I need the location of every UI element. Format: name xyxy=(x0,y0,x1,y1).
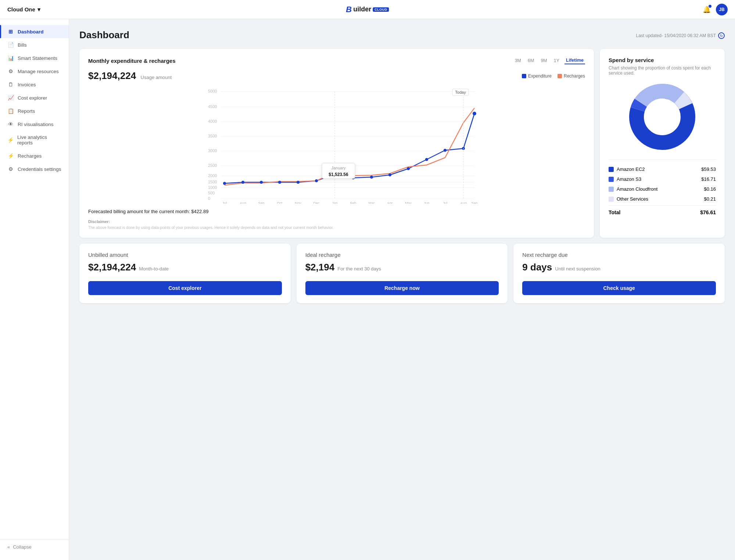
bottom-card-sublabel: Until next suspension xyxy=(555,266,600,272)
usage-amount: $2,194,224 xyxy=(88,70,136,81)
sidebar-item-ri-visualisations[interactable]: 👁RI visualisations xyxy=(0,118,69,131)
sidebar-item-credentials[interactable]: ⚙Credentials settings xyxy=(0,162,69,176)
manage-resources-label: Manage resources xyxy=(18,69,59,74)
disclaimer-text: The above forecast is done by using data… xyxy=(88,225,585,230)
bottom-card-amount-row: 9 daysUntil next suspension xyxy=(522,262,716,273)
cloud-selector[interactable]: Cloud One ▾ xyxy=(7,6,40,13)
ri-visualisations-icon: 👁 xyxy=(7,121,14,127)
collapse-arrows-icon: « xyxy=(7,544,10,550)
total-label: Total xyxy=(609,209,620,215)
notification-dot xyxy=(709,5,711,8)
svg-text:Nov: Nov xyxy=(295,201,301,204)
bottom-card-1: Ideal recharge$2,194For the next 30 days… xyxy=(297,244,508,303)
app-layout: ⊞Dashboard📄Bills📊Smart Statements⚙Manage… xyxy=(0,19,735,560)
page-header: Dashboard Last updated- 15/04/2020 06:32… xyxy=(79,29,725,41)
brand-cloud-tag: CLOUD xyxy=(373,7,389,12)
bottom-card-amount: 9 days xyxy=(522,262,552,273)
live-analytics-label: Live analytics reports xyxy=(17,134,61,146)
bottom-card-amount-row: $2,194For the next 30 days xyxy=(305,262,499,273)
brand-b-letter: B xyxy=(346,5,352,14)
bottom-card-sublabel: Month-to-date xyxy=(139,266,169,272)
sidebar-item-manage-resources[interactable]: ⚙Manage resources xyxy=(0,65,69,78)
refresh-icon[interactable]: ↻ xyxy=(718,32,725,39)
cloud-name: Cloud One xyxy=(7,6,35,12)
brand-uilder-text: uilder xyxy=(353,6,371,13)
sidebar-item-bills[interactable]: 📄Bills xyxy=(0,38,69,51)
legend-recharges: Recharges xyxy=(557,73,585,79)
svg-point-35 xyxy=(473,112,476,115)
sidebar: ⊞Dashboard📄Bills📊Smart Statements⚙Manage… xyxy=(0,19,69,560)
svg-text:Sep: Sep xyxy=(472,201,478,204)
top-nav: Cloud One ▾ B uilder CLOUD 🔔 JB xyxy=(0,0,735,19)
time-filter-3m[interactable]: 3M xyxy=(513,57,523,64)
svg-text:Feb: Feb xyxy=(350,201,356,204)
sidebar-item-cost-explorer[interactable]: 📈Cost explorer xyxy=(0,91,69,104)
svg-point-30 xyxy=(388,173,391,176)
reports-icon: 📋 xyxy=(7,108,14,114)
recharges-label: Recharges xyxy=(564,73,585,79)
sidebar-item-dashboard[interactable]: ⊞Dashboard xyxy=(0,25,69,38)
ri-visualisations-label: RI visualisations xyxy=(18,122,54,127)
bottom-card-amount: $2,194 xyxy=(305,262,335,273)
svg-text:Jun: Jun xyxy=(424,201,429,204)
service-amount: $0.16 xyxy=(704,186,716,192)
bottom-card-amount: $2,194,224 xyxy=(88,262,136,273)
svg-text:Today: Today xyxy=(455,90,466,94)
bottom-card-amount-row: $2,194,224Month-to-date xyxy=(88,262,282,273)
time-filter-9m[interactable]: 9M xyxy=(539,57,548,64)
credentials-label: Credentials settings xyxy=(18,166,61,172)
svg-point-29 xyxy=(370,176,373,179)
service-item: Amazon EC2$59.53 xyxy=(609,164,716,174)
service-color-dot xyxy=(609,187,614,192)
dashboard-label: Dashboard xyxy=(18,29,44,35)
svg-text:Aug: Aug xyxy=(240,201,246,204)
sidebar-item-invoices[interactable]: 🗒Invoices xyxy=(0,78,69,91)
svg-text:Jan: Jan xyxy=(332,201,337,204)
svg-point-33 xyxy=(444,149,447,152)
chart-meta: $2,194,224 Usage amount Expenditure Rech… xyxy=(88,70,585,82)
expenditure-label: Expenditure xyxy=(528,73,552,79)
svg-point-25 xyxy=(297,181,300,184)
service-color-dot xyxy=(609,177,614,182)
sidebar-item-live-analytics[interactable]: ⚡Live analytics reports xyxy=(0,131,69,149)
svg-point-31 xyxy=(407,167,410,170)
chart-area: 5000 4500 4000 3500 3000 2500 2000 1500 … xyxy=(88,86,585,204)
expenditure-chart-card: Monthly expenditure & recharges 3M6M9M1Y… xyxy=(79,49,594,238)
sidebar-item-recharges[interactable]: ⚡Recharges xyxy=(0,149,69,162)
svg-point-77 xyxy=(645,99,680,134)
check-usage-button[interactable]: Check usage xyxy=(522,281,716,295)
notifications-bell[interactable]: 🔔 xyxy=(703,6,711,14)
service-name: Amazon S3 xyxy=(617,176,641,182)
sidebar-item-reports[interactable]: 📋Reports xyxy=(0,104,69,118)
sidebar-item-smart-statements[interactable]: 📊Smart Statements xyxy=(0,51,69,65)
recharge-now-button[interactable]: Recharge now xyxy=(305,281,499,295)
disclaimer-section: Disclaimer: The above forecast is done b… xyxy=(88,218,585,230)
time-filter-6m[interactable]: 6M xyxy=(526,57,535,64)
last-updated-text: Last updated- 15/04/2020 06:32 AM BST xyxy=(636,33,716,38)
cost-explorer-button[interactable]: Cost explorer xyxy=(88,281,282,295)
user-avatar[interactable]: JB xyxy=(716,4,728,15)
service-item: Other Services$0.21 xyxy=(609,194,716,204)
spend-by-service-card: Spend by service Chart showing the propo… xyxy=(600,49,725,238)
svg-point-21 xyxy=(223,182,226,185)
time-filter-1y[interactable]: 1Y xyxy=(552,57,561,64)
invoices-icon: 🗒 xyxy=(7,82,14,87)
main-content: Dashboard Last updated- 15/04/2020 06:32… xyxy=(69,19,735,560)
manage-resources-icon: ⚙ xyxy=(7,68,14,74)
usage-label: Usage amount xyxy=(141,75,172,80)
svg-text:3000: 3000 xyxy=(208,148,217,153)
svg-text:3500: 3500 xyxy=(208,134,217,138)
donut-chart-container xyxy=(609,80,716,154)
svg-text:1000: 1000 xyxy=(208,185,217,190)
service-item: Amazon S3$16.71 xyxy=(609,174,716,184)
cloud-dropdown-arrow: ▾ xyxy=(37,6,40,13)
chart-legend: Expenditure Recharges xyxy=(522,73,585,79)
svg-text:Sep: Sep xyxy=(258,201,265,204)
bottom-card-sublabel: For the next 30 days xyxy=(337,266,381,272)
recharges-icon: ⚡ xyxy=(7,153,14,159)
forecast-text: Forecasted billing amount for the curren… xyxy=(88,209,585,214)
svg-text:January: January xyxy=(331,166,346,170)
time-filter-lifetime[interactable]: Lifetime xyxy=(564,57,585,64)
page-title: Dashboard xyxy=(79,29,129,41)
sidebar-collapse-button[interactable]: « Collapse xyxy=(0,539,69,554)
